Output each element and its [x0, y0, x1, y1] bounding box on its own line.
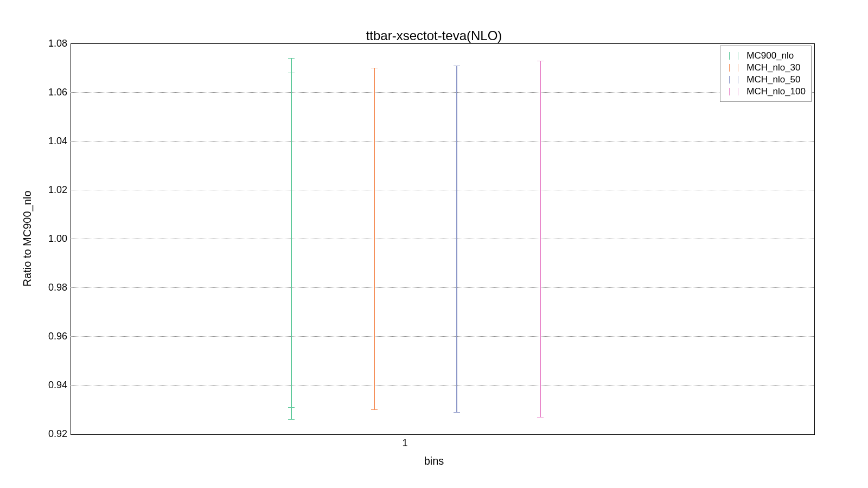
legend-label: MCH_nlo_30 — [746, 62, 800, 73]
x-tick-label: 1 — [402, 438, 407, 449]
legend-item: MCH_nlo_100 — [726, 86, 806, 97]
error-cap — [288, 419, 295, 420]
legend-item: MC900_nlo — [726, 50, 806, 61]
y-tick-label: 1.04 — [48, 136, 67, 147]
y-tick-label: 1.02 — [48, 184, 67, 196]
y-tick-label: 0.98 — [48, 282, 67, 293]
legend-marker-icon — [726, 52, 742, 60]
y-axis-label: Ratio to MC900_nlo — [21, 191, 34, 287]
y-tick-label: 1.06 — [48, 87, 67, 98]
legend-item: MCH_nlo_30 — [726, 62, 806, 73]
legend-label: MC900_nlo — [746, 50, 794, 61]
y-tick-label: 1.08 — [48, 38, 67, 49]
gridline — [71, 92, 814, 93]
legend-label: MCH_nlo_50 — [746, 74, 800, 85]
error-cap — [537, 417, 544, 418]
error-cap-inner — [288, 407, 295, 408]
y-tick-label: 0.94 — [48, 380, 67, 391]
error-cap — [288, 58, 295, 59]
plot-area — [71, 43, 815, 435]
legend-item: MCH_nlo_50 — [726, 74, 806, 85]
error-bar — [374, 68, 375, 409]
error-bar — [291, 58, 292, 419]
legend-label: MCH_nlo_100 — [746, 86, 806, 97]
y-tick-label: 0.96 — [48, 331, 67, 342]
chart-container: ttbar-xsectot-teva(NLO) Ratio to MC900_n… — [0, 0, 868, 488]
gridline — [71, 385, 814, 386]
gridline — [71, 239, 814, 239]
y-tick-label: 1.00 — [48, 233, 67, 245]
gridline — [71, 287, 814, 288]
error-cap-inner — [288, 73, 295, 73]
y-tick-label: 0.92 — [48, 428, 67, 440]
legend-marker-icon — [726, 88, 742, 95]
legend: MC900_nloMCH_nlo_30MCH_nlo_50MCH_nlo_100 — [720, 46, 812, 102]
error-cap — [454, 66, 460, 66]
error-cap — [371, 68, 378, 68]
error-bar — [540, 61, 541, 417]
error-cap — [371, 409, 378, 410]
error-bar — [456, 66, 457, 412]
legend-marker-icon — [726, 76, 742, 84]
chart-title: ttbar-xsectot-teva(NLO) — [0, 28, 868, 43]
x-axis-label: bins — [0, 455, 868, 467]
error-cap — [537, 61, 544, 61]
legend-marker-icon — [726, 64, 742, 72]
gridline — [71, 190, 814, 190]
gridline — [71, 141, 814, 142]
gridline — [71, 336, 814, 337]
error-cap — [454, 412, 460, 413]
